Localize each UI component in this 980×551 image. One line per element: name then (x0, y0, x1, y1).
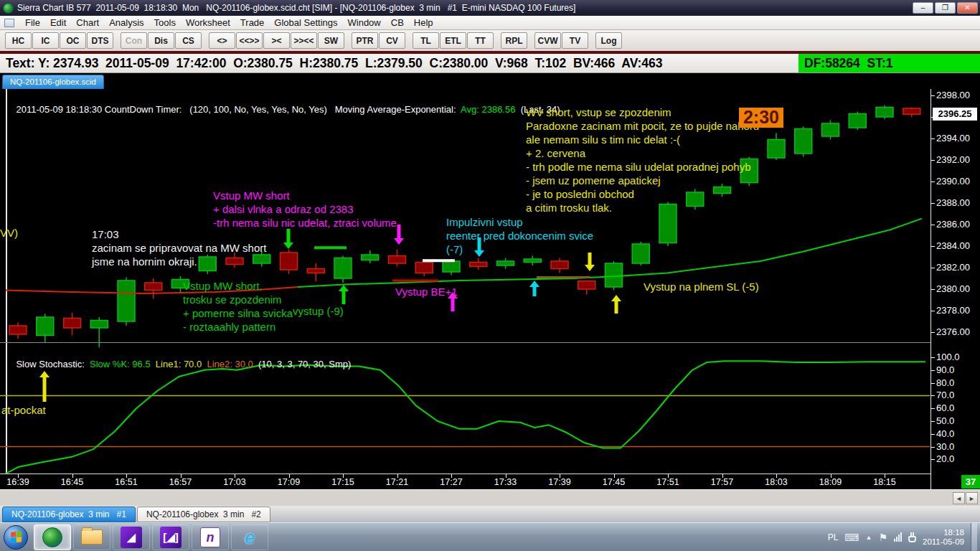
time-label: 17:09 (278, 477, 300, 487)
note-exit-full-sl[interactable]: Vystup na plnem SL (-5) (644, 280, 759, 293)
toolbar-button-[interactable]: >< (263, 32, 290, 49)
windows-logo-icon (11, 531, 22, 543)
scroll-right-button[interactable]: ► (966, 492, 978, 504)
menu-edit[interactable]: Edit (45, 16, 71, 30)
taskbar-ie[interactable]: e (231, 524, 268, 550)
bar-count-badge: 37 (961, 475, 980, 489)
note-entry-magenta[interactable]: Vstup MW short + dalsi vlnka a odraz od … (213, 189, 397, 230)
toolbar-button-dts[interactable]: DTS (87, 32, 113, 49)
time-label: 16:51 (115, 477, 137, 487)
app-globe-icon (3, 3, 14, 14)
price-tick: 2386.00 (931, 219, 970, 230)
toolbar-button-ptr[interactable]: PTR (352, 32, 378, 49)
tab-chart-2[interactable]: NQ-201106-globex 3 min #2 (137, 507, 270, 522)
toolbar-button-sw[interactable]: SW (318, 32, 344, 49)
ohlc-readout: Text: Y: 2374.93 2011-05-09 17:42:00 O:2… (0, 56, 798, 71)
note-1703[interactable]: 17:03 zacinam se pripravovat na MW short… (92, 227, 266, 268)
note-exit-be1[interactable]: Vystup BE+1 (395, 285, 458, 298)
window-bottom-strip: ◄ ► (0, 489, 980, 506)
toolbar-button-tl[interactable]: TL (413, 32, 439, 49)
price-scale[interactable]: 2398.002396.002394.002392.002390.002388.… (930, 89, 980, 489)
menu-file[interactable]: File (20, 16, 45, 30)
scroll-left-button[interactable]: ◄ (953, 492, 965, 504)
toolbar-button-log[interactable]: Log (595, 32, 622, 49)
time-label: 17:45 (603, 477, 625, 487)
stoch-tick: 70.0 (931, 390, 954, 401)
menu-analysis[interactable]: Analysis (104, 16, 149, 30)
price-tick: 2394.00 (931, 133, 970, 144)
time-label: 17:51 (656, 477, 679, 487)
power-plug-icon[interactable] (908, 536, 916, 542)
taskbar-sierra-chart[interactable] (34, 524, 71, 550)
start-button[interactable] (4, 525, 28, 550)
note-impulsive[interactable]: Impulzivni vstup reenter pred dokoncenim… (446, 215, 593, 256)
toolbar-button-dis[interactable]: Dis (148, 32, 174, 49)
system-tray: PL ⌨ ▲ ⚑ 18:18 2011-05-09 (828, 523, 980, 551)
network-signal-icon[interactable] (894, 532, 902, 542)
toolbar-button-tt[interactable]: TT (467, 32, 494, 49)
taskbar-clock[interactable]: 18:18 2011-05-09 (923, 528, 964, 547)
time-label: 18:03 (765, 477, 787, 487)
note-exit-minus9[interactable]: vystup (-9) (293, 304, 344, 318)
toolbar-button-con[interactable]: Con (121, 32, 147, 49)
toolbar-button-[interactable]: <<>> (236, 32, 263, 49)
toolbar-button-rpl[interactable]: RPL (501, 32, 527, 49)
time-label: 18:09 (819, 477, 842, 487)
flag-icon[interactable]: ⚑ (878, 532, 887, 542)
tab-chart-file[interactable]: NQ-201106-globex.scid (2, 75, 104, 89)
tray-expand-icon[interactable]: ▲ (866, 532, 872, 542)
price-tick: 2376.00 (931, 326, 970, 338)
note-entry-green[interactable]: Vstup MW short. trosku se zpozdenim + po… (183, 279, 293, 334)
toolbar-button-cv[interactable]: CV (379, 32, 405, 49)
note-wait[interactable]: at-pockat (1, 403, 46, 417)
keyboard-icon[interactable]: ⌨ (844, 532, 859, 542)
toolbar-button-hc[interactable]: HC (5, 32, 32, 49)
menu-trade[interactable]: Trade (235, 16, 269, 30)
tab-chart-1[interactable]: NQ-201106-globex 3 min #1 (2, 507, 136, 522)
time-label: 17:33 (494, 477, 517, 487)
show-desktop-button[interactable] (971, 523, 977, 551)
price-tick: 2380.00 (931, 283, 970, 295)
toolbar-button-etl[interactable]: ETL (440, 32, 466, 49)
taskbar-app-purple-1[interactable]: ◢ (113, 524, 150, 550)
menu-help[interactable]: Help (409, 16, 438, 30)
menu-bar: FileEditChartAnalysisToolsWorksheetTrade… (0, 16, 980, 30)
toolbar-button-cs[interactable]: CS (175, 32, 202, 49)
minimize-button[interactable]: – (913, 2, 933, 14)
maximize-button[interactable]: ❐ (935, 2, 956, 14)
chart-tab-row: NQ-201106-globex.scid (0, 74, 980, 89)
menu-global-settings[interactable]: Global Settings (269, 16, 342, 30)
time-label: 18:15 (873, 477, 895, 487)
note-left-clipped: VV) (0, 226, 18, 240)
taskbar-explorer[interactable] (73, 524, 110, 550)
df-status-badge: DF:58264 ST:1 (798, 54, 980, 72)
toolbar-button-cvw[interactable]: CVW (534, 32, 561, 49)
title-bar: Sierra Chart IB 577 2011-05-09 18:18:30 … (0, 0, 980, 16)
stoch-tick: 20.0 (931, 453, 954, 465)
pane-divider[interactable] (0, 342, 930, 343)
toolbar-button-oc[interactable]: OC (60, 32, 86, 49)
menu-chart[interactable]: Chart (71, 16, 104, 30)
menu-tools[interactable]: Tools (149, 16, 181, 30)
note-top-right[interactable]: WV short, vstup se zpozdenim Paradoxne z… (526, 105, 759, 215)
close-button[interactable]: ✕ (957, 2, 978, 14)
clock-date: 2011-05-09 (923, 537, 964, 546)
status-row: Text: Y: 2374.93 2011-05-09 17:42:00 O:2… (0, 54, 980, 73)
chart-area[interactable] (0, 89, 980, 489)
price-tick: 2398.00 (931, 90, 970, 101)
time-label: 17:57 (711, 477, 733, 487)
sierra-globe-icon (42, 527, 62, 547)
menu-cb[interactable]: CB (386, 16, 409, 30)
language-indicator[interactable]: PL (828, 532, 839, 542)
toolbar-button-[interactable]: <> (209, 32, 235, 49)
menu-window[interactable]: Window (343, 16, 386, 30)
time-axis[interactable]: 16:3916:4516:5116:5717:0317:0917:1517:21… (0, 474, 930, 489)
toolbar-button-[interactable]: >><< (291, 32, 317, 49)
taskbar-app-purple-2[interactable]: [◢] (152, 524, 189, 550)
menu-worksheet[interactable]: Worksheet (181, 16, 235, 30)
price-tick: 2390.00 (931, 176, 970, 187)
chart-header: 2011-05-09 18:18:30 CountDown Timer: (12… (6, 93, 560, 126)
taskbar-onenote[interactable]: n (192, 524, 229, 550)
toolbar-button-tv[interactable]: TV (562, 32, 588, 49)
toolbar-button-ic[interactable]: IC (32, 32, 59, 49)
